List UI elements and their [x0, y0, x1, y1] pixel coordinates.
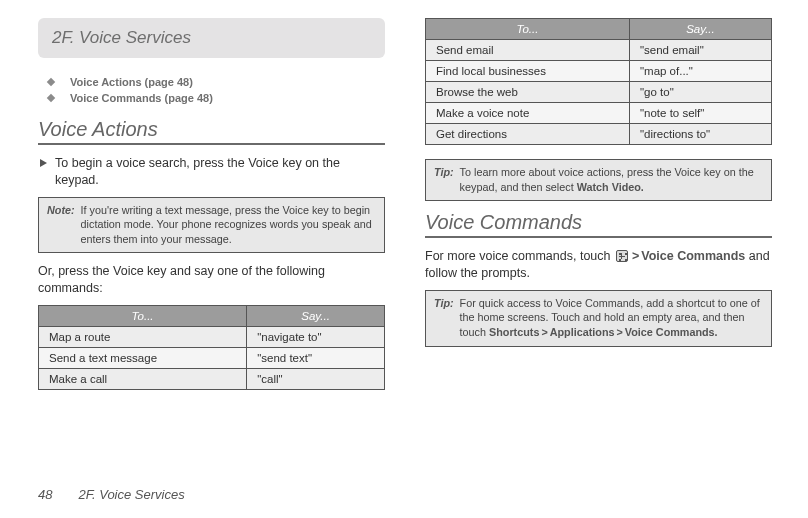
gt-icon: >	[617, 326, 623, 338]
page-footer: 48 2F. Voice Services	[38, 487, 185, 502]
gt-icon: >	[541, 326, 547, 338]
th-to: To...	[426, 19, 630, 40]
cell-say: "map of..."	[629, 61, 771, 82]
cell-to: Send a text message	[39, 348, 247, 369]
tip2-text: For quick access to Voice Commands, add …	[460, 296, 763, 340]
vc-paragraph: For more voice commands, touch >Voice Co…	[425, 248, 772, 282]
tip2-b: Shortcuts	[489, 326, 539, 338]
cell-to: Make a call	[39, 369, 247, 390]
tip-label: Tip:	[434, 165, 454, 194]
tip1-bold: Watch Video.	[577, 181, 644, 193]
tip-box: Tip: To learn more about voice actions, …	[425, 159, 772, 201]
cell-say: "call"	[247, 369, 385, 390]
menu-icon	[616, 250, 628, 262]
cell-to: Send email	[426, 40, 630, 61]
vc-para-a: For more voice commands, touch	[425, 249, 614, 263]
toc-link[interactable]: Voice Actions (page 48)	[70, 76, 193, 88]
intro-text: To begin a voice search, press the Voice…	[55, 155, 385, 189]
toc-item[interactable]: Voice Commands (page 48)	[38, 92, 385, 104]
note-label: Note:	[47, 203, 75, 247]
cell-say: "go to"	[629, 82, 771, 103]
note-box: Note: If you're writing a text message, …	[38, 197, 385, 254]
diamond-icon	[47, 77, 55, 85]
cell-to: Get directions	[426, 124, 630, 145]
table-row: Get directions "directions to"	[426, 124, 772, 145]
or-paragraph: Or, press the Voice key and say one of t…	[38, 263, 385, 297]
cell-say: "send text"	[247, 348, 385, 369]
table-header-row: To... Say...	[39, 306, 385, 327]
commands-table-right: To... Say... Send email "send email" Fin…	[425, 18, 772, 145]
toc-list: Voice Actions (page 48) Voice Commands (…	[38, 76, 385, 104]
table-header-row: To... Say...	[426, 19, 772, 40]
tip-text: To learn more about voice actions, press…	[460, 165, 763, 194]
cell-to: Browse the web	[426, 82, 630, 103]
tip-box-2: Tip: For quick access to Voice Commands,…	[425, 290, 772, 347]
th-to: To...	[39, 306, 247, 327]
section-header: 2F. Voice Services	[38, 18, 385, 58]
table-row: Make a voice note "note to self"	[426, 103, 772, 124]
vc-para-b: Voice Commands	[641, 249, 745, 263]
page-number: 48	[38, 487, 52, 502]
cell-to: Map a route	[39, 327, 247, 348]
toc-link[interactable]: Voice Commands (page 48)	[70, 92, 213, 104]
note-text: If you're writing a text message, press …	[81, 203, 376, 247]
triangle-icon	[40, 159, 47, 167]
tip-label: Tip:	[434, 296, 454, 340]
cell-say: "navigate to"	[247, 327, 385, 348]
table-row: Send email "send email"	[426, 40, 772, 61]
right-column: To... Say... Send email "send email" Fin…	[425, 18, 772, 450]
th-say: Say...	[247, 306, 385, 327]
left-column: 2F. Voice Services Voice Actions (page 4…	[38, 18, 385, 450]
cell-to: Make a voice note	[426, 103, 630, 124]
heading-voice-commands: Voice Commands	[425, 211, 772, 238]
tip2-d: Voice Commands.	[625, 326, 718, 338]
cell-say: "send email"	[629, 40, 771, 61]
cell-say: "note to self"	[629, 103, 771, 124]
heading-voice-actions: Voice Actions	[38, 118, 385, 145]
intro-item: To begin a voice search, press the Voice…	[38, 155, 385, 189]
footer-section-label: 2F. Voice Services	[78, 487, 184, 502]
th-say: Say...	[629, 19, 771, 40]
table-row: Browse the web "go to"	[426, 82, 772, 103]
table-row: Map a route "navigate to"	[39, 327, 385, 348]
table-row: Send a text message "send text"	[39, 348, 385, 369]
cell-say: "directions to"	[629, 124, 771, 145]
tip2-c: Applications	[550, 326, 615, 338]
table-row: Find local businesses "map of..."	[426, 61, 772, 82]
commands-table-left: To... Say... Map a route "navigate to" S…	[38, 305, 385, 390]
gt-icon: >	[632, 249, 639, 263]
cell-to: Find local businesses	[426, 61, 630, 82]
table-row: Make a call "call"	[39, 369, 385, 390]
diamond-icon	[47, 93, 55, 101]
toc-item[interactable]: Voice Actions (page 48)	[38, 76, 385, 88]
